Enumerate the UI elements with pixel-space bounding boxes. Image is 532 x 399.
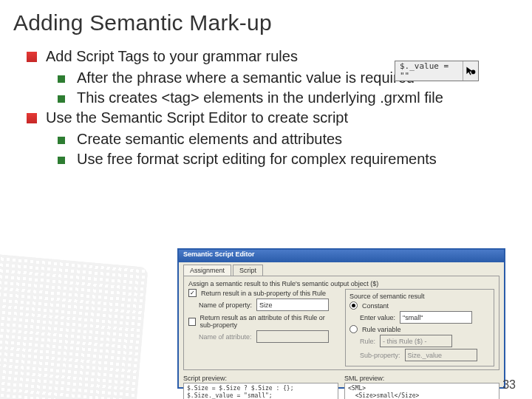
page-title: Adding Semantic Mark-up (0, 0, 532, 43)
constant-value-field[interactable]: "small" (400, 311, 472, 324)
sml-preview-box: <SML> <Size>small</Size> </SML> (344, 383, 499, 399)
bullet-2: Use the Semantic Script Editor to create… (27, 109, 511, 127)
page-number: 33 (502, 378, 516, 392)
editor-titlebar: Semantic Script Editor (179, 250, 504, 262)
tab-assignment[interactable]: Assignment (183, 265, 231, 276)
bullet-icon (58, 95, 65, 103)
bullet-icon (27, 113, 37, 123)
radio-constant[interactable] (349, 301, 358, 310)
bullet-icon (58, 75, 65, 83)
script-preview-label: Script preview: (183, 375, 338, 382)
bullet-text: Use free format script editing for compl… (77, 150, 511, 168)
field-label: Rule: (360, 338, 375, 345)
checkbox-label: Return result in a sub-property of this … (201, 290, 326, 297)
group-title: Source of semantic result (349, 293, 490, 300)
assign-heading: Assign a semantic result to this Rule's … (188, 280, 494, 287)
left-column: ✓ Return result in a sub-property of thi… (188, 287, 338, 366)
checkbox-label: Return result as an attribute of this Ru… (200, 314, 338, 329)
svg-point-0 (471, 70, 476, 75)
semantic-script-editor: Semantic Script Editor Assignment Script… (177, 248, 505, 389)
decorative-grid (0, 251, 148, 399)
script-tag-button[interactable]: $._value = "" (395, 61, 479, 81)
cursor-icon (463, 61, 478, 81)
script-tag-label: $._value = "" (395, 61, 463, 81)
attribute-name-field (256, 330, 329, 343)
radio-label: Constant (362, 302, 389, 310)
field-label: Sub-property: (360, 352, 400, 359)
bullet-text: Create semantic elements and attributes (77, 130, 511, 149)
subprop-select: Size._value (405, 349, 477, 361)
slide: Adding Semantic Mark-up $._value = "" Ad… (0, 0, 532, 399)
editor-tabs: Assignment Script (179, 262, 504, 276)
bullet-icon (58, 137, 65, 144)
subbullet: Use free format script editing for compl… (58, 150, 511, 168)
bullet-icon (58, 157, 65, 164)
property-name-field[interactable]: Size (256, 299, 329, 311)
field-label: Name of attribute: (199, 333, 252, 341)
editor-panel: Assign a semantic result to this Rule's … (183, 276, 499, 370)
rule-select: - this Rule ($) - (380, 335, 452, 347)
tab-script[interactable]: Script (233, 265, 263, 276)
right-column: Source of semantic result Constant Enter… (345, 287, 494, 366)
bullet-icon (27, 52, 37, 62)
bullet-text: This creates <tag> elements in the under… (77, 89, 511, 107)
checkbox-return-subproperty[interactable]: ✓ (188, 289, 197, 297)
field-label: Enter value: (360, 314, 395, 321)
radio-rule-variable[interactable] (349, 325, 358, 333)
script-preview-box: $.Size = $.Size ? $.Size : {}; $.Size._v… (183, 383, 338, 399)
bullet-text: Use the Semantic Script Editor to create… (46, 109, 511, 127)
subbullet: This creates <tag> elements in the under… (58, 89, 511, 107)
radio-label: Rule variable (362, 326, 401, 333)
subbullet: Create semantic elements and attributes (58, 130, 511, 149)
checkbox-return-attribute[interactable] (188, 318, 196, 326)
field-label: Name of property: (199, 301, 252, 309)
sml-preview-label: SML preview: (344, 375, 499, 382)
